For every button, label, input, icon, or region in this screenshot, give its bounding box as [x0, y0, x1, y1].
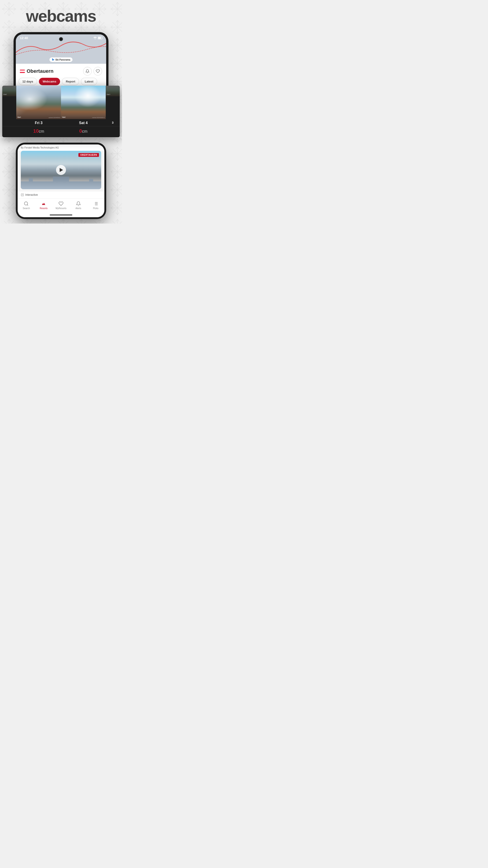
alerts-icon [76, 201, 81, 206]
snow-right [106, 126, 120, 137]
interactive-icon [21, 193, 24, 196]
webcam-thumb-fri3: W▶D cached 2024/05/03 [16, 86, 61, 119]
resort-name: Obertauern [20, 68, 54, 74]
feratel-bar: By Feratel Media Technologies AG [18, 145, 104, 151]
bell-icon [86, 69, 90, 73]
nav-resorts[interactable]: Resorts [35, 200, 53, 211]
webcam-item-left-partial: W▶D [2, 86, 16, 119]
map-area: 12:40 ⛷ [16, 34, 106, 64]
picks-icon [93, 201, 98, 206]
notifications-button[interactable] [83, 67, 92, 75]
webcam-thumb-sat4: W▶D cached 2024/05/64 0 [61, 86, 106, 119]
building-silhouette [21, 174, 101, 189]
svg-rect-2 [98, 37, 101, 39]
nav-alerts-label: Alerts [75, 207, 81, 210]
play-triangle-icon [60, 168, 63, 172]
svg-point-4 [24, 202, 28, 205]
tab-12-days[interactable]: 12 days [19, 78, 37, 85]
obertauern-badge: OBERTAUERN [78, 153, 99, 157]
bottom-nav: Search Resorts MyResorts [18, 198, 104, 213]
watermark-fri3: W▶D [17, 116, 21, 118]
nav-picks-label: Picks [93, 207, 98, 210]
watermark-sat4: W▶D [62, 116, 66, 118]
svg-line-5 [27, 205, 28, 206]
nav-picks[interactable]: Picks [87, 200, 104, 211]
partial-text-row: Interactive [18, 191, 104, 198]
webcam-thumb-side-left: W▶D [2, 86, 16, 96]
home-indicator [18, 213, 104, 217]
tab-webcams[interactable]: Webcams [39, 78, 60, 85]
page-wrapper: webcams 12:40 [0, 0, 122, 223]
page-title: webcams [26, 7, 96, 25]
webcam-item-fri3[interactable]: W▶D cached 2024/05/03 [16, 86, 61, 119]
header-actions [83, 67, 102, 75]
app-header: Obertauern [16, 64, 106, 78]
day-label-right: 3 [106, 119, 120, 126]
cached-label-sat4: cached 2024/05/64 0 [92, 117, 105, 118]
snow-fri3: 10cm [16, 126, 61, 137]
snow-number-fri3: 10 [33, 128, 39, 134]
nav-alerts[interactable]: Alerts [70, 200, 87, 211]
heart-icon [96, 69, 100, 73]
panel-gap [0, 137, 122, 138]
snow-number-sat4: 0 [79, 128, 82, 134]
wifi-icon [93, 37, 97, 39]
search-icon [24, 201, 29, 206]
home-bar [50, 215, 72, 215]
webcam-thumb-side-right: W▶D [106, 86, 120, 96]
svg-point-0 [95, 39, 96, 39]
watermark-right: W▶D [107, 94, 110, 95]
snow-unit-fri3: cm [39, 129, 44, 133]
webcam-panel: W▶D W▶D cached 2024/05/03 W▶D cached 202… [2, 86, 120, 137]
nav-myresorts[interactable]: MyResorts [53, 200, 70, 211]
day-label-left [2, 119, 16, 126]
tab-latest[interactable]: Latest [81, 78, 97, 85]
nav-myresorts-label: MyResorts [56, 207, 66, 210]
nav-search[interactable]: Search [18, 200, 35, 211]
resorts-icon [41, 201, 46, 206]
play-button[interactable] [56, 165, 66, 175]
webcam-item-sat4[interactable]: W▶D cached 2024/05/64 0 [61, 86, 106, 119]
nav-search-label: Search [23, 207, 30, 210]
snow-row: 10cm 0cm [2, 126, 120, 137]
cached-label-fri3: cached 2024/05/03 [48, 117, 60, 118]
snow-unit-sat4: cm [82, 129, 88, 133]
status-icons [93, 37, 103, 39]
snow-left [2, 126, 16, 137]
video-thumb[interactable]: OBERTAUERN [21, 151, 101, 189]
status-time: 12:40 [20, 36, 28, 40]
snow-sat4: 0cm [61, 126, 106, 137]
webcam-scroll-row: W▶D W▶D cached 2024/05/03 W▶D cached 202… [2, 86, 120, 119]
front-phone-inner: By Feratel Media Technologies AG OBERTAU… [18, 145, 104, 217]
day-label-sat4: Sat 4 [61, 119, 106, 126]
front-phone: By Feratel Media Technologies AG OBERTAU… [16, 143, 106, 219]
favorites-button[interactable] [94, 67, 102, 75]
day-labels-row: Fri 3 Sat 4 3 [2, 119, 120, 126]
watermark-left: W▶D [3, 94, 7, 95]
ski-panorama-badge: ⛷ Ski Panorama [50, 57, 72, 62]
webcam-item-right-partial: W▶D [106, 86, 120, 119]
nav-resorts-label: Resorts [40, 207, 47, 210]
tab-report[interactable]: Report [62, 78, 79, 85]
austria-flag [20, 70, 25, 73]
day-label-fri3: Fri 3 [16, 119, 61, 126]
battery-icon [98, 37, 103, 39]
status-bar: 12:40 [16, 34, 106, 41]
myresorts-icon [59, 201, 64, 206]
